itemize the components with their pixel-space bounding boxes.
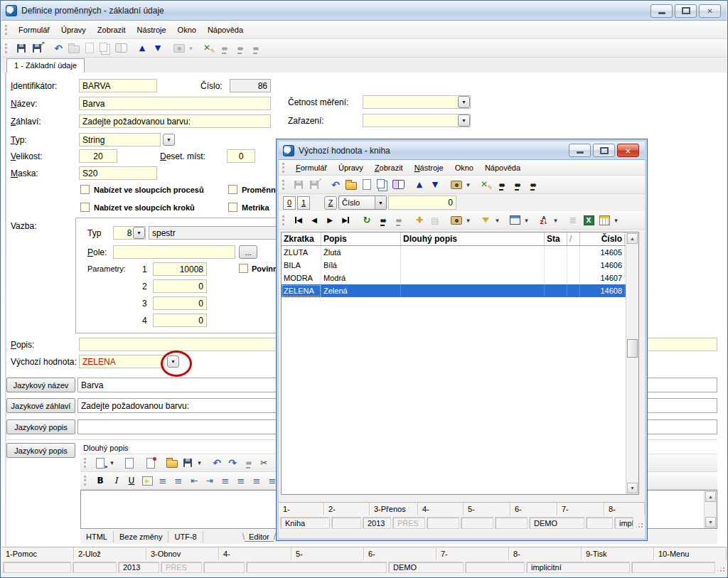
dialog-save-icon[interactable] bbox=[291, 178, 306, 192]
form-view-dropdown-icon[interactable] bbox=[523, 217, 530, 224]
menu-zobrazit[interactable]: Zobrazit bbox=[92, 23, 132, 36]
cell-sta[interactable] bbox=[545, 284, 567, 297]
editor-save-icon[interactable] bbox=[181, 456, 195, 470]
bullet-list-icon[interactable] bbox=[171, 473, 186, 488]
header-sort-indicator[interactable]: / bbox=[567, 232, 580, 245]
cell-dlouhy[interactable] bbox=[401, 284, 545, 297]
checkbox-promenna[interactable] bbox=[228, 185, 237, 194]
dialog-resize-grip[interactable] bbox=[635, 517, 643, 529]
dialog-fkey-2[interactable]: 2- bbox=[324, 503, 370, 515]
find-icon[interactable] bbox=[217, 41, 231, 55]
editor-edit-icon[interactable] bbox=[144, 456, 158, 470]
pole-browse-button[interactable]: ... bbox=[239, 245, 257, 259]
editor-save-dropdown-icon[interactable] bbox=[196, 459, 203, 466]
cell-sort[interactable] bbox=[567, 259, 580, 272]
editor-cut-icon[interactable] bbox=[257, 456, 271, 470]
cell-sort[interactable] bbox=[567, 246, 580, 259]
cell-popis[interactable]: Modrá bbox=[321, 272, 401, 284]
editor-redo-icon[interactable] bbox=[225, 456, 240, 470]
maska-field[interactable]: S20 bbox=[79, 166, 157, 180]
dialog-fkey-8[interactable]: 8- bbox=[604, 503, 645, 515]
zahlavi-field[interactable]: Zadejte požadovanou barvu: bbox=[79, 114, 271, 128]
editor-tab[interactable]: \ Editor / bbox=[242, 532, 276, 542]
grid-snapshot-icon[interactable] bbox=[449, 213, 464, 228]
dialog-fkey-5[interactable]: 5- bbox=[464, 503, 510, 515]
menu-napoveda[interactable]: Nápověda bbox=[202, 23, 249, 36]
header-popis[interactable]: Popis bbox=[321, 232, 401, 245]
new-document-icon[interactable] bbox=[82, 41, 97, 55]
dialog-restore-button[interactable] bbox=[593, 144, 615, 157]
doc-select-icon[interactable] bbox=[93, 456, 107, 470]
bold-icon[interactable] bbox=[93, 473, 107, 488]
cell-dlouhy[interactable] bbox=[401, 259, 545, 272]
filter-tab-1[interactable]: 1 bbox=[297, 196, 310, 210]
next-record-icon[interactable]: ▶ bbox=[323, 213, 337, 228]
fkey-7[interactable]: 7- bbox=[437, 547, 509, 560]
snapshot-icon[interactable] bbox=[172, 41, 186, 55]
header-zkratka[interactable]: Zkratka bbox=[282, 232, 321, 245]
checkbox-sloupce-kroku[interactable] bbox=[80, 203, 90, 212]
sort-az-icon[interactable] bbox=[537, 213, 551, 228]
dialog-book-icon[interactable] bbox=[391, 178, 405, 192]
dialog-new-icon[interactable] bbox=[360, 178, 374, 192]
filter-column-combo[interactable]: Číslo bbox=[338, 196, 387, 210]
dialog-menu-nastroje[interactable]: Nástroje bbox=[409, 161, 449, 174]
minimize-button[interactable] bbox=[651, 4, 673, 18]
copy-icon[interactable] bbox=[98, 41, 112, 55]
close-button[interactable] bbox=[699, 4, 721, 18]
resize-grip[interactable] bbox=[717, 562, 725, 573]
filter-value-field[interactable]: 0 bbox=[388, 196, 456, 210]
move-down-icon[interactable] bbox=[151, 41, 165, 55]
dialog-close-button[interactable] bbox=[617, 144, 639, 157]
dialog-find-next-icon[interactable] bbox=[510, 178, 524, 192]
move-up-icon[interactable] bbox=[135, 41, 149, 55]
remove-record-icon[interactable] bbox=[428, 213, 442, 228]
dialog-export-edit-icon[interactable] bbox=[478, 178, 493, 192]
filter-funnel-dropdown-icon[interactable] bbox=[494, 217, 500, 224]
export-edit-icon[interactable] bbox=[201, 41, 215, 55]
cell-zkratka[interactable]: ZELENA bbox=[282, 284, 321, 297]
fkey-2[interactable]: 2-Ulož bbox=[74, 547, 146, 560]
cell-dlouhy[interactable] bbox=[401, 272, 545, 284]
dialog-fkey-1[interactable]: 1- bbox=[279, 503, 324, 515]
align-left-icon[interactable] bbox=[218, 473, 232, 488]
grid-scroll-up-icon[interactable]: ▲ bbox=[627, 233, 638, 244]
columns-dropdown-icon[interactable] bbox=[613, 217, 619, 224]
typ-dropdown-button[interactable] bbox=[163, 134, 175, 146]
dialog-undo-icon[interactable] bbox=[328, 178, 343, 192]
menu-nastroje[interactable]: Nástroje bbox=[132, 23, 172, 36]
numbered-list-icon[interactable] bbox=[156, 473, 170, 488]
sort-dropdown-icon[interactable] bbox=[552, 217, 559, 224]
underline-icon[interactable] bbox=[124, 473, 139, 488]
insert-image-icon[interactable] bbox=[140, 473, 154, 488]
cell-sta[interactable] bbox=[545, 272, 567, 284]
dialog-snapshot-icon[interactable] bbox=[449, 178, 464, 192]
grid-snapshot-dropdown-icon[interactable] bbox=[465, 217, 471, 224]
checkbox-povinna[interactable] bbox=[239, 264, 248, 273]
param-3-field[interactable]: 0 bbox=[153, 296, 207, 310]
cetnost-dropdown-button[interactable] bbox=[458, 96, 470, 108]
velikost-field[interactable]: 20 bbox=[79, 149, 117, 163]
checkbox-sloupce-procesu[interactable] bbox=[80, 185, 90, 194]
dialog-save-as-icon[interactable]: ↗ bbox=[307, 178, 321, 192]
editor-new-icon[interactable] bbox=[122, 456, 136, 470]
dialog-menu-formular[interactable]: Formulář bbox=[290, 161, 333, 174]
find-previous-icon[interactable] bbox=[248, 41, 262, 55]
header-dlouhy-popis[interactable]: Dlouhý popis bbox=[401, 232, 545, 245]
filter-z-button[interactable]: Z bbox=[324, 196, 337, 210]
menu-formular[interactable]: Formulář bbox=[13, 23, 55, 36]
cell-cislo[interactable]: 14605 bbox=[580, 246, 625, 259]
param-4-field[interactable]: 0 bbox=[153, 314, 207, 327]
nazev-field[interactable]: Barva bbox=[79, 97, 271, 110]
pole-field[interactable] bbox=[113, 245, 235, 259]
dialog-move-up-icon[interactable] bbox=[412, 178, 427, 192]
fkey-8[interactable]: 8- bbox=[509, 547, 582, 560]
grid-find-next-icon[interactable] bbox=[391, 213, 405, 228]
tab-zakladni-udaje[interactable]: 1 - Základní údaje bbox=[6, 58, 85, 73]
vychozi-hodnota-field[interactable]: ZELENA bbox=[79, 355, 164, 368]
table-row[interactable]: BILA Bílá 14606 bbox=[282, 259, 638, 272]
list-icon[interactable] bbox=[566, 213, 580, 228]
cell-cislo[interactable]: 14607 bbox=[580, 272, 625, 284]
grid-find-icon[interactable] bbox=[375, 213, 390, 228]
cell-popis[interactable]: Zelená bbox=[321, 284, 401, 297]
